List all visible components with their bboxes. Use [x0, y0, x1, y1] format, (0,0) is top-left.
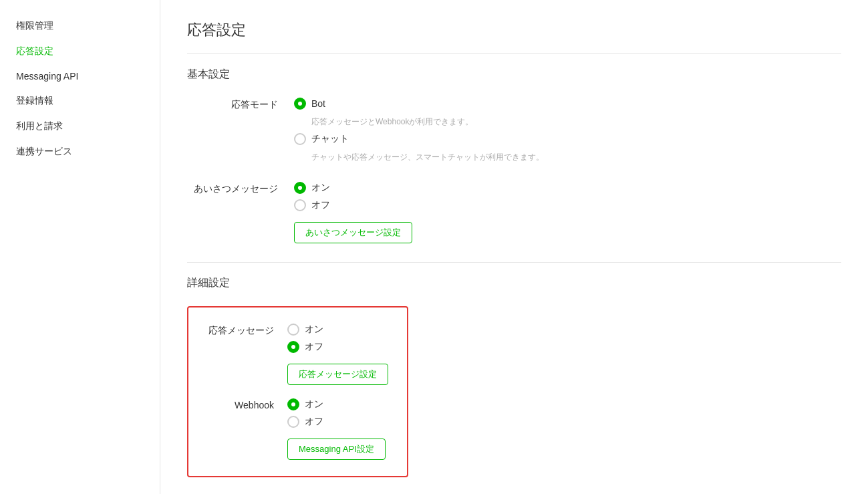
- detail-box: 応答メッセージ オン オフ 応答メッセージ設定: [187, 306, 408, 477]
- radio-greeting-on-circle: [294, 182, 306, 194]
- response-msg-row: 応答メッセージ オン オフ 応答メッセージ設定: [207, 324, 388, 385]
- webhook-settings-button[interactable]: Messaging API設定: [287, 439, 386, 460]
- radio-bot-label: Bot: [311, 98, 325, 109]
- main-content: 応答設定 基本設定 応答モード Bot 応答メッセージとWebhookが利用でき…: [160, 0, 868, 494]
- response-mode-row: 応答モード Bot 応答メッセージとWebhookが利用できます。 チャット チ…: [187, 98, 841, 163]
- response-msg-on[interactable]: オン: [287, 324, 388, 336]
- sidebar-item-response-settings[interactable]: 応答設定: [0, 39, 160, 64]
- response-mode-options: Bot 応答メッセージとWebhookが利用できます。 チャット チャットや応答…: [294, 98, 544, 163]
- greeting-on[interactable]: オン: [294, 182, 412, 194]
- radio-msg-on-label: オン: [305, 324, 323, 336]
- response-mode-chat[interactable]: チャット: [294, 133, 544, 145]
- greeting-settings-button[interactable]: あいさつメッセージ設定: [294, 222, 412, 243]
- response-mode-label: 応答モード: [187, 98, 294, 111]
- sidebar-item-billing[interactable]: 利用と請求: [0, 114, 160, 139]
- sidebar-item-registration[interactable]: 登録情報: [0, 88, 160, 114]
- radio-msg-off-circle: [287, 341, 299, 353]
- radio-webhook-off-label: オフ: [305, 416, 323, 428]
- radio-chat-circle: [294, 133, 306, 145]
- webhook-on[interactable]: オン: [287, 398, 386, 410]
- sidebar-item-messaging-api[interactable]: Messaging API: [0, 64, 160, 88]
- radio-greeting-off-label: オフ: [311, 199, 330, 211]
- page-title: 応答設定: [187, 20, 841, 40]
- webhook-row: Webhook オン オフ Messaging API設定: [207, 398, 388, 460]
- radio-webhook-on-circle: [287, 398, 299, 410]
- detail-section-title: 詳細設定: [187, 276, 841, 290]
- radio-greeting-on-label: オン: [311, 182, 330, 194]
- sidebar-item-permissions[interactable]: 権限管理: [0, 13, 160, 39]
- radio-msg-off-label: オフ: [305, 341, 323, 353]
- webhook-label: Webhook: [207, 398, 287, 410]
- webhook-off[interactable]: オフ: [287, 416, 386, 428]
- divider-top: [187, 53, 841, 54]
- sidebar-item-linked-services[interactable]: 連携サービス: [0, 139, 160, 164]
- radio-bot-desc: 応答メッセージとWebhookが利用できます。: [311, 116, 544, 128]
- basic-settings-section: 基本設定 応答モード Bot 応答メッセージとWebhookが利用できます。 チ…: [187, 68, 841, 243]
- webhook-options: オン オフ Messaging API設定: [287, 398, 386, 460]
- greeting-off[interactable]: オフ: [294, 199, 412, 211]
- divider-middle: [187, 262, 841, 263]
- response-mode-bot[interactable]: Bot: [294, 98, 544, 110]
- response-msg-options: オン オフ 応答メッセージ設定: [287, 324, 388, 385]
- radio-chat-label: チャット: [311, 133, 349, 145]
- response-msg-settings-button[interactable]: 応答メッセージ設定: [287, 364, 388, 385]
- response-msg-label: 応答メッセージ: [207, 324, 287, 337]
- basic-section-title: 基本設定: [187, 68, 841, 82]
- radio-webhook-off-circle: [287, 416, 299, 428]
- greeting-label: あいさつメッセージ: [187, 182, 294, 195]
- radio-msg-on-circle: [287, 324, 299, 336]
- response-msg-off[interactable]: オフ: [287, 341, 388, 353]
- radio-webhook-on-label: オン: [305, 398, 323, 410]
- detail-settings-section: 詳細設定 応答メッセージ オン オフ 応答メッセージ設定: [187, 276, 841, 477]
- radio-chat-desc: チャットや応答メッセージ、スマートチャットが利用できます。: [311, 152, 544, 163]
- radio-greeting-off-circle: [294, 199, 306, 211]
- radio-bot-circle: [294, 98, 306, 110]
- greeting-options: オン オフ あいさつメッセージ設定: [294, 182, 412, 243]
- sidebar: 権限管理 応答設定 Messaging API 登録情報 利用と請求 連携サービ…: [0, 0, 160, 494]
- greeting-row: あいさつメッセージ オン オフ あいさつメッセージ設定: [187, 182, 841, 243]
